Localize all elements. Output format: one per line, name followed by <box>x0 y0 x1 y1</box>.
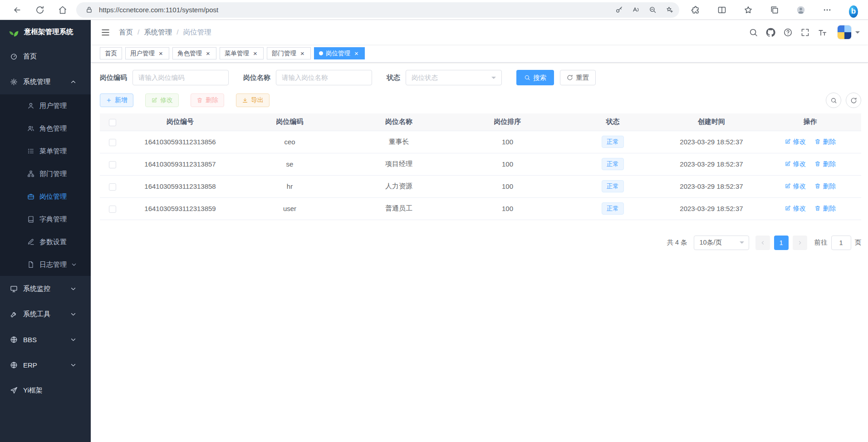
select-all-checkbox[interactable] <box>109 119 116 126</box>
delete-button-label: 删除 <box>206 96 218 104</box>
address-bar[interactable]: https://ccnetcore.com:1101/system/post <box>76 2 679 18</box>
site-info-button[interactable] <box>83 4 95 16</box>
sidebar-item-system-monitor[interactable]: 系统监控 <box>0 276 91 301</box>
sidebar-item-user-management[interactable]: 用户管理 <box>0 94 91 117</box>
back-button[interactable] <box>9 2 25 18</box>
row-checkbox[interactable] <box>109 206 116 213</box>
navbar: 首页 / 系统管理 / 岗位管理 <box>91 20 868 44</box>
sidebar-item-dept-management[interactable]: 部门管理 <box>0 162 91 185</box>
sidebar-item-bbs[interactable]: BBS <box>0 327 91 352</box>
post-name-input[interactable] <box>282 74 366 81</box>
sidebar-item-log-management[interactable]: 日志管理 <box>0 253 91 276</box>
tag-menu-management[interactable]: 菜单管理× <box>220 47 264 59</box>
sidebar-item-system-management[interactable]: 系统管理 <box>0 69 91 94</box>
row-checkbox[interactable] <box>109 161 116 168</box>
post-code-input[interactable] <box>138 74 223 81</box>
sidebar-item-menu-management[interactable]: 菜单管理 <box>0 140 91 162</box>
sidebar-item-system-tools[interactable]: 系统工具 <box>0 301 91 327</box>
row-delete-link[interactable]: 删除 <box>814 138 836 146</box>
status-badge: 正常 <box>602 202 624 215</box>
sidebar-item-erp[interactable]: ERP <box>0 352 91 378</box>
key-button[interactable] <box>613 4 625 16</box>
breadcrumb-item-system[interactable]: 系统管理 <box>144 28 172 37</box>
row-delete-link[interactable]: 删除 <box>814 160 836 168</box>
status-select[interactable]: 岗位状态 <box>406 70 502 85</box>
sidebar-item-dict-management[interactable]: 字典管理 <box>0 208 91 231</box>
extensions-button[interactable] <box>687 2 704 18</box>
home-button[interactable] <box>54 2 71 18</box>
read-aloud-button[interactable] <box>629 4 642 16</box>
goto-page: 前往 页 <box>814 236 862 250</box>
close-icon[interactable]: × <box>157 50 164 57</box>
row-edit-link[interactable]: 修改 <box>785 138 806 146</box>
tag-user-management[interactable]: 用户管理× <box>125 47 169 59</box>
page-size-select[interactable]: 10条/页 <box>694 236 749 250</box>
sidebar-item-home[interactable]: 首页 <box>0 44 91 69</box>
avatar[interactable] <box>837 25 852 39</box>
search-button[interactable] <box>748 27 759 38</box>
sidebar-item-role-management[interactable]: 角色管理 <box>0 117 91 140</box>
chevron-down-icon <box>69 361 77 369</box>
book-icon <box>27 216 34 223</box>
url-text[interactable]: https://ccnetcore.com:1101/system/post <box>99 6 613 14</box>
main-area: 首页 / 系统管理 / 岗位管理 首页用户管理×角色管理×菜单管理×部门管理×岗… <box>91 20 868 442</box>
prev-page-button[interactable] <box>755 236 770 250</box>
navbar-icon-buttons <box>748 27 828 38</box>
row-edit-link[interactable]: 修改 <box>785 204 806 213</box>
cell-operations: 修改删除 <box>759 153 861 175</box>
briefcase-icon <box>27 193 34 200</box>
export-button[interactable]: 导出 <box>236 93 270 107</box>
refresh-icon <box>35 5 44 15</box>
text-size-button[interactable] <box>817 27 828 38</box>
sidebar-toggle-button[interactable] <box>99 26 112 39</box>
zoom-out-button[interactable] <box>646 4 659 16</box>
cell-created-time: 2023-03-29 18:52:37 <box>664 131 759 153</box>
profile-button[interactable] <box>793 2 809 18</box>
row-edit-link[interactable]: 修改 <box>785 182 806 191</box>
tag-role-management[interactable]: 角色管理× <box>172 47 216 59</box>
browser-toolbar: https://ccnetcore.com:1101/system/post b <box>0 0 868 20</box>
page-number-button[interactable]: 1 <box>774 236 789 250</box>
fullscreen-button[interactable] <box>799 27 811 38</box>
refresh-table-button[interactable] <box>846 93 861 108</box>
collections-button[interactable] <box>766 2 783 18</box>
goto-page-input[interactable] <box>831 236 851 250</box>
add-button-label: 新增 <box>115 96 128 104</box>
cell-post-code: hr <box>235 175 344 197</box>
search-button[interactable]: 搜索 <box>516 70 554 85</box>
split-screen-button[interactable] <box>714 2 730 18</box>
edit-icon <box>151 97 157 103</box>
refresh-icon <box>850 97 857 104</box>
toggle-search-button[interactable] <box>826 93 841 108</box>
tag-home[interactable]: 首页 <box>100 47 122 59</box>
sidebar-item-post-management[interactable]: 岗位管理 <box>0 185 91 208</box>
sidebar-item-yi-framework[interactable]: Yi框架 <box>0 378 91 403</box>
app-logo[interactable]: 意框架管理系统 <box>0 20 91 44</box>
close-icon[interactable]: × <box>252 50 259 57</box>
breadcrumb-item-home[interactable]: 首页 <box>119 28 133 37</box>
row-delete-link[interactable]: 删除 <box>814 204 836 213</box>
row-edit-link[interactable]: 修改 <box>785 160 806 168</box>
bing-button[interactable]: b <box>845 2 862 18</box>
next-page-button[interactable] <box>793 236 807 250</box>
close-icon[interactable]: × <box>205 50 211 57</box>
reset-button[interactable]: 重置 <box>560 70 596 85</box>
close-icon[interactable]: × <box>353 50 360 57</box>
row-delete-link[interactable]: 删除 <box>814 182 836 191</box>
search-form: 岗位编码 岗位名称 状态 岗位状态 搜索 <box>100 70 861 85</box>
question-button[interactable] <box>782 27 794 38</box>
close-icon[interactable]: × <box>299 50 306 57</box>
row-checkbox[interactable] <box>109 183 116 191</box>
favorites-bar-button[interactable] <box>740 2 756 18</box>
op-label: 修改 <box>793 160 806 168</box>
tag-post-management[interactable]: 岗位管理× <box>314 47 365 59</box>
refresh-button[interactable] <box>32 2 48 18</box>
sidebar-item-param-settings[interactable]: 参数设置 <box>0 231 91 253</box>
add-button[interactable]: 新增 <box>100 93 133 107</box>
browser-menu-button[interactable] <box>819 2 835 18</box>
user-menu[interactable] <box>837 25 860 39</box>
favorite-add-button[interactable] <box>663 4 676 16</box>
tag-dept-management[interactable]: 部门管理× <box>267 47 311 59</box>
github-button[interactable] <box>765 27 776 38</box>
row-checkbox[interactable] <box>109 139 116 146</box>
